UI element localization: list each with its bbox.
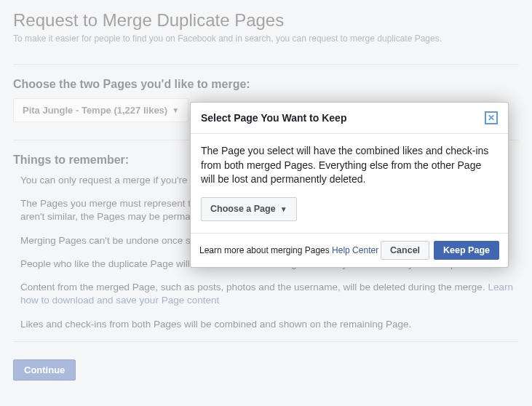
caret-down-icon: ▼ <box>280 204 287 215</box>
footer-text: Learn more about merging Pages <box>199 245 332 255</box>
choose-page-label: Choose a Page <box>210 203 276 216</box>
dialog-body-text: The Page you select will have the combin… <box>201 144 498 187</box>
select-page-dialog: Select Page You Want to Keep ✕ The Page … <box>190 102 509 268</box>
close-icon[interactable]: ✕ <box>485 111 498 124</box>
dialog-footer-text: Learn more about merging Pages Help Cent… <box>199 245 378 255</box>
keep-page-button[interactable]: Keep Page <box>434 241 499 260</box>
cancel-button[interactable]: Cancel <box>381 241 429 260</box>
dialog-title: Select Page You Want to Keep <box>201 112 346 124</box>
choose-page-dropdown[interactable]: Choose a Page ▼ <box>201 197 297 222</box>
help-center-link[interactable]: Help Center <box>332 245 378 255</box>
